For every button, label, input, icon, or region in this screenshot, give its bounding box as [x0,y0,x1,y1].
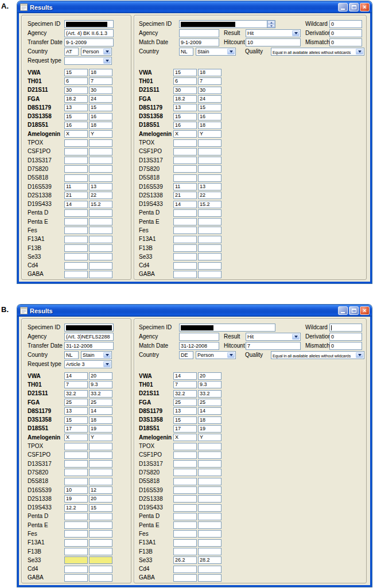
allele-value-1[interactable]: 18.2 [64,95,88,103]
allele-value-1[interactable]: 16 [173,122,197,129]
allele-value-2[interactable] [198,451,222,459]
allele-value-2[interactable] [198,253,222,260]
maximize-button[interactable] [349,306,359,315]
allele-value-1[interactable] [64,262,88,270]
allele-value-1[interactable] [173,530,197,538]
allele-value-1[interactable] [64,556,88,564]
allele-value-2[interactable] [198,478,222,485]
allele-value-2[interactable]: 15 [89,504,112,512]
allele-value-2[interactable] [89,539,112,547]
allele-value-1[interactable] [173,566,197,573]
allele-value-1[interactable]: 17 [173,425,197,433]
allele-value-1[interactable]: 13 [173,104,197,111]
allele-value-2[interactable] [89,451,112,459]
allele-value-2[interactable] [198,574,222,582]
allele-value-2[interactable] [89,253,112,260]
allele-value-2[interactable]: 14 [89,407,112,415]
allele-value-1[interactable] [173,262,197,270]
allele-value-1[interactable] [173,443,197,450]
allele-value-2[interactable]: Y [198,434,222,441]
allele-value-2[interactable] [198,495,222,503]
allele-value-2[interactable]: 30 [89,87,112,94]
allele-value-2[interactable] [198,236,222,243]
allele-value-1[interactable]: 13 [173,407,197,415]
allele-value-1[interactable]: 15 [173,113,197,120]
result-combo[interactable]: Hit [246,29,301,37]
allele-value-2[interactable] [198,209,222,217]
allele-value-2[interactable]: 33.2 [198,390,222,398]
allele-value-1[interactable]: 19 [64,495,88,503]
allele-value-2[interactable]: 18 [89,416,112,424]
allele-value-1[interactable] [64,443,88,450]
allele-value-2[interactable] [198,218,222,225]
allele-value-1[interactable] [173,574,197,582]
request-type-combo[interactable] [64,57,112,65]
spinner-down-button[interactable] [267,24,275,28]
allele-value-1[interactable]: 16 [64,122,88,129]
allele-value-1[interactable] [64,165,88,173]
allele-value-2[interactable] [89,530,112,538]
specimen-id-field[interactable] [179,20,275,28]
allele-value-2[interactable]: 19 [198,425,222,433]
allele-value-1[interactable] [64,521,88,529]
allele-value-2[interactable] [89,139,112,147]
allele-value-1[interactable] [173,253,197,260]
allele-value-2[interactable]: 18 [89,122,112,129]
combo-dropdown-button[interactable] [103,49,111,54]
country-code-field[interactable]: NL [64,351,79,359]
allele-value-2[interactable] [89,513,112,520]
allele-value-2[interactable] [89,148,112,155]
allele-value-2[interactable] [89,478,112,485]
mismatch-field[interactable]: 0 [329,38,362,46]
allele-value-1[interactable] [64,174,88,182]
allele-value-2[interactable]: 15 [89,104,112,111]
combo-dropdown-button[interactable] [356,49,363,54]
specimen-id-field[interactable] [64,324,114,332]
title-bar[interactable]: Results × [17,1,372,13]
allele-value-2[interactable]: 16 [198,113,222,120]
allele-value-2[interactable] [89,209,112,217]
allele-value-2[interactable] [89,469,112,476]
allele-value-1[interactable] [64,451,88,459]
country-type-combo[interactable]: Person [81,48,112,56]
result-combo[interactable]: Hit [246,333,301,341]
combo-dropdown-button[interactable] [103,58,111,64]
country-type-combo[interactable]: Stain [196,48,236,56]
allele-value-2[interactable] [198,486,222,494]
allele-value-1[interactable] [173,139,197,147]
allele-value-1[interactable]: 14 [173,372,197,380]
country-type-combo[interactable]: Person [196,351,236,359]
allele-value-2[interactable]: Y [89,130,112,138]
allele-value-2[interactable] [198,227,222,234]
allele-value-2[interactable] [198,460,222,468]
allele-value-1[interactable] [173,513,197,520]
allele-value-2[interactable]: 9.3 [89,381,112,388]
allele-value-1[interactable] [173,469,197,476]
allele-value-2[interactable]: 25 [89,399,112,406]
allele-value-1[interactable]: 18.2 [173,95,197,103]
agency-field[interactable] [179,29,219,37]
allele-value-1[interactable] [173,165,197,173]
country-code-field[interactable]: DE [179,351,193,359]
close-button[interactable]: × [360,3,370,11]
allele-value-1[interactable]: 32.2 [173,390,197,398]
allele-value-2[interactable]: 20 [89,372,112,380]
allele-value-2[interactable] [89,236,112,243]
allele-value-1[interactable] [64,460,88,468]
transfer-date-field[interactable]: 9-1-2009 [64,38,114,46]
allele-value-1[interactable]: X [173,130,197,138]
minimize-button[interactable] [338,3,348,11]
allele-value-2[interactable]: 24 [198,95,222,103]
allele-value-2[interactable]: 16 [89,113,112,120]
combo-dropdown-button[interactable] [292,30,300,36]
allele-value-2[interactable] [198,530,222,538]
allele-value-1[interactable] [173,486,197,494]
allele-value-1[interactable]: 7 [173,381,197,388]
close-button[interactable]: × [360,306,370,315]
specimen-id-field[interactable] [64,20,114,28]
allele-value-1[interactable]: 32.2 [64,390,88,398]
allele-value-2[interactable] [198,443,222,450]
allele-value-1[interactable] [173,148,197,155]
allele-value-1[interactable] [64,271,88,278]
allele-value-1[interactable]: X [64,434,88,441]
